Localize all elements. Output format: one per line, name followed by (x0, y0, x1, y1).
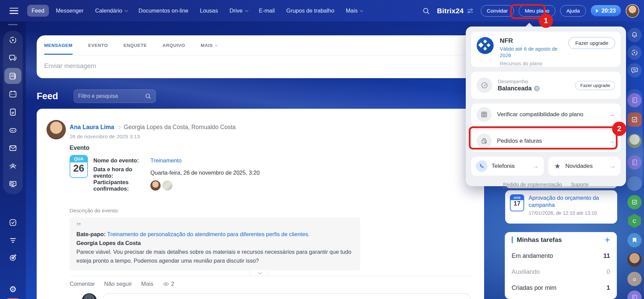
implementation-request-link[interactable]: Pedido de implementação (503, 181, 562, 188)
notifications-button[interactable] (627, 28, 642, 42)
tab-file[interactable]: ARQUIVO (163, 36, 185, 54)
task-row-in-progress[interactable]: Em andamento 11 (512, 252, 610, 260)
plan-validity-link[interactable]: Válido até 6 de agosto de 2026 (500, 46, 568, 58)
sidebar-item-copilot[interactable] (3, 31, 23, 49)
news-row[interactable]: ★ Novidades → (548, 157, 621, 176)
compatibility-row[interactable]: Verificar compatibilidade do plano → (471, 104, 621, 125)
avatar[interactable] (627, 134, 642, 148)
support-link[interactable]: Suporte (571, 181, 589, 188)
nav-documents[interactable]: Documentos on-line (134, 5, 193, 17)
compatibility-label: Verificar compatibilidade do plano (497, 111, 583, 118)
play-icon (596, 9, 599, 13)
tab-poll[interactable]: ENQUETE (124, 36, 147, 54)
copilot-button[interactable] (627, 46, 642, 60)
nav-drive-label: Drive (229, 7, 243, 14)
nav-messenger[interactable]: Messenger (52, 5, 88, 17)
event-datetime-label: Data e hora do evento: (93, 166, 150, 179)
widget-button[interactable]: o (627, 272, 642, 286)
help-button[interactable]: Ajuda (560, 5, 586, 17)
performance-label: Desempenho (498, 78, 540, 84)
nav-calendar[interactable]: Calendário (91, 5, 131, 17)
sidebar-item-documents[interactable] (3, 103, 23, 121)
bookmarks-button[interactable] (627, 233, 642, 247)
plan-resources-link[interactable]: Recursos do plano (500, 60, 542, 67)
bitrix24-screen: Feed Messenger Calendário Documentos on-… (0, 0, 644, 299)
widget-button[interactable] (627, 176, 642, 191)
sliders-icon[interactable] (466, 7, 474, 15)
calendar-event-link[interactable]: Aprovação do orçamento da campanha (529, 194, 612, 209)
nav-more[interactable]: Mais (342, 5, 367, 17)
search-icon[interactable] (145, 93, 151, 100)
calendar-date-chip: SÁB 17 (510, 194, 524, 211)
add-task-button[interactable]: + (605, 236, 610, 243)
event-name-link[interactable]: Treinamento (150, 157, 182, 164)
arrow-right-icon: → (533, 162, 539, 170)
contacts-widget-button[interactable] (627, 155, 642, 170)
sidebar-item-employees[interactable] (3, 157, 23, 175)
nav-drive[interactable]: Drive (225, 5, 252, 17)
sidebar-item-feed[interactable] (3, 67, 23, 85)
participant-avatar[interactable] (150, 180, 161, 191)
sidebar-item-marketing[interactable] (3, 248, 23, 266)
sidebar-item-crm[interactable] (3, 231, 23, 249)
telephony-row[interactable]: Telefonia → (471, 157, 544, 176)
help-question-icon[interactable]: ? (534, 86, 540, 91)
event-participants-label: Participantes confirmados: (93, 179, 150, 192)
nav-email[interactable]: E-mail (255, 5, 279, 17)
tasks-widget-button[interactable] (627, 112, 642, 127)
sidebar-item-messenger[interactable] (3, 49, 23, 67)
comment-button[interactable]: Comentar (70, 281, 95, 287)
sidebar-item-whiteboard[interactable] (3, 175, 23, 193)
task-row-created-by-me[interactable]: Criadas por mim 1 (512, 284, 610, 292)
nav-workgroups[interactable]: Grupos de trabalho (282, 5, 338, 17)
calendar-widget: SÁB 17 Aprovação do orçamento da campanh… (505, 190, 617, 224)
task-row-assisting[interactable]: Auxiliando 0 (512, 268, 610, 276)
post-recipients[interactable]: Georgia Lopes da Costa, Romualdo Costa (124, 124, 236, 131)
sidebar-item-drive[interactable] (3, 121, 23, 139)
company-badge[interactable]: C (627, 214, 642, 228)
avatar[interactable] (47, 120, 66, 139)
tab-message[interactable]: MENSAGEM (44, 36, 73, 54)
chat-sync-button[interactable] (627, 63, 642, 77)
unfollow-button[interactable]: Não seguir (104, 281, 132, 287)
more-button[interactable]: Mais (141, 281, 153, 287)
nav-boards[interactable]: Lousas (196, 5, 222, 17)
grid-icon (477, 107, 492, 122)
tab-event[interactable]: EVENTO (88, 36, 108, 54)
participant-avatar[interactable] (162, 180, 172, 191)
contacts-widget-button[interactable] (627, 93, 642, 107)
hamburger-menu-icon[interactable] (10, 8, 18, 14)
feed-header: Feed Filtro e pesquisa (37, 89, 156, 103)
user-avatar[interactable] (626, 4, 639, 18)
time-tracker-button[interactable]: 20:23 (591, 5, 621, 16)
event-description-label: Descrição do evento: (70, 208, 474, 214)
mail-icon (8, 144, 17, 153)
collapse-post-button[interactable] (250, 270, 269, 276)
search-icon[interactable] (422, 7, 430, 15)
sidebar-item-mail[interactable] (3, 139, 23, 157)
sidebar-handle[interactable] (8, 24, 18, 25)
feed-filter-input[interactable]: Filtro e pesquisa (74, 89, 156, 103)
post-author-link[interactable]: Ana Laura Lima (70, 124, 114, 131)
divider (70, 276, 474, 276)
comment-input[interactable] (102, 293, 471, 299)
feed-icon (8, 72, 17, 81)
orders-invoices-row[interactable]: Pedidos e faturas → (471, 130, 621, 152)
done-tasks-button[interactable] (627, 195, 642, 209)
sidebar-item-tasks[interactable] (3, 213, 23, 231)
nav-feed[interactable]: Feed (27, 5, 49, 17)
message-composer-input[interactable]: Enviar mensagem (37, 55, 484, 76)
invite-button[interactable]: Convidar (481, 5, 514, 17)
sidebar-item-calendar[interactable] (3, 85, 23, 103)
my-plan-button[interactable]: Meu plano (519, 5, 555, 17)
tab-more[interactable]: MAIS (201, 36, 217, 54)
avatar[interactable] (627, 252, 642, 267)
sidebar-item-settings[interactable]: ⚙ (3, 280, 23, 298)
chip-weekday: QUA (70, 156, 87, 162)
widget-button[interactable] (627, 291, 642, 299)
upgrade-button[interactable]: Fazer upgrade (568, 37, 615, 49)
quote-chat-link[interactable]: Treinamento de personalização do atendim… (107, 231, 310, 237)
quote-block: ” Bate-papo: Treinamento de personalizaç… (70, 217, 360, 270)
nav-documents-label: Documentos on-line (139, 7, 188, 14)
upgrade-button[interactable]: Fazer upgrade (575, 81, 615, 90)
